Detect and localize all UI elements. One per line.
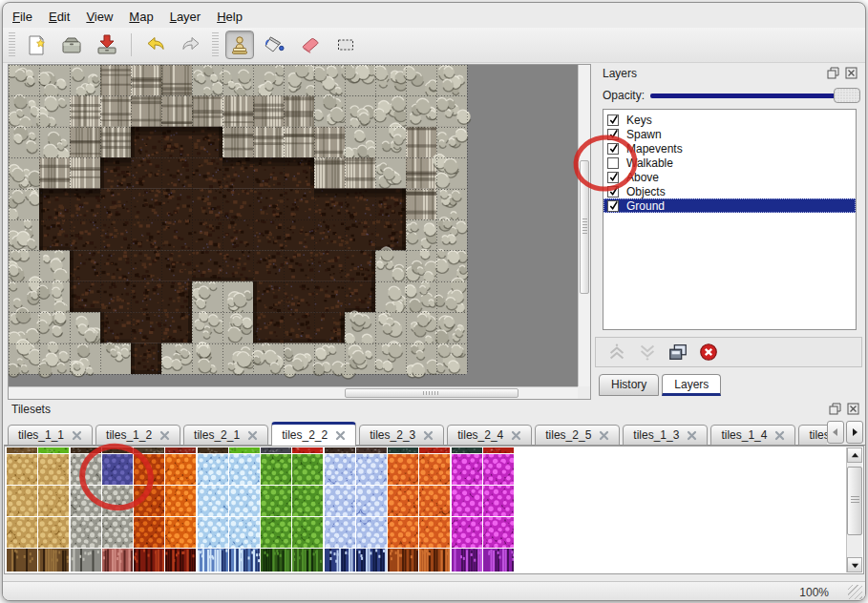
eraser-tool-icon bbox=[299, 33, 322, 56]
close-panel-icon[interactable] bbox=[847, 403, 859, 415]
layer-row-spawn[interactable]: Spawn bbox=[603, 127, 856, 141]
eraser-tool-button[interactable] bbox=[296, 31, 325, 59]
tileset-canvas[interactable] bbox=[6, 447, 514, 572]
save-file-button[interactable] bbox=[93, 31, 121, 59]
menu-map[interactable]: Map bbox=[129, 10, 153, 24]
objects-visibility-checkbox[interactable] bbox=[607, 186, 619, 198]
close-tab-icon[interactable] bbox=[423, 430, 434, 441]
layers-panel-title: Layers bbox=[603, 67, 637, 80]
stamp-tool-button[interactable] bbox=[225, 31, 254, 59]
close-tab-icon[interactable] bbox=[72, 430, 82, 441]
tileset-tab-tiles_2_4[interactable]: tiles_2_4 bbox=[447, 425, 532, 446]
scroll-grip bbox=[851, 496, 859, 505]
layer-row-mapevents[interactable]: Mapevents bbox=[603, 141, 856, 156]
tileset-tab-tiles_2_2[interactable]: tiles_2_2 bbox=[271, 422, 356, 446]
map-view-panel bbox=[8, 64, 591, 400]
tileset-tab-label: tiles_1_ bbox=[809, 428, 827, 442]
map-hscroll-thumb[interactable] bbox=[345, 388, 519, 398]
layer-list: KeysSpawnMapeventsWalkableAboveObjectsGr… bbox=[603, 109, 857, 330]
walkable-visibility-checkbox[interactable] bbox=[607, 157, 619, 169]
tileset-vertical-scrollbar[interactable] bbox=[846, 447, 862, 572]
tileset-tab-label: tiles_1_4 bbox=[721, 428, 767, 442]
menu-edit[interactable]: Edit bbox=[49, 10, 70, 24]
menu-view[interactable]: View bbox=[86, 10, 113, 24]
tileset-tab-tiles_1_3[interactable]: tiles_1_3 bbox=[623, 425, 708, 446]
tileset-tab-label: tiles_1_3 bbox=[633, 428, 679, 442]
menu-help[interactable]: Help bbox=[217, 10, 243, 24]
tileset-tab-tiles_1[interactable]: tiles_1_ bbox=[798, 425, 827, 446]
ground-visibility-checkbox[interactable] bbox=[607, 200, 619, 212]
select-tool-button[interactable] bbox=[331, 31, 360, 59]
scroll-up-button[interactable] bbox=[847, 447, 862, 463]
float-panel-icon[interactable] bbox=[827, 67, 839, 79]
layer-name: Walkable bbox=[626, 156, 673, 170]
redo-icon bbox=[180, 33, 202, 56]
toolbar-drag-handle[interactable] bbox=[212, 32, 219, 57]
close-tab-icon[interactable] bbox=[599, 430, 609, 441]
map-vscroll-thumb[interactable] bbox=[580, 160, 589, 294]
close-panel-icon[interactable] bbox=[845, 67, 857, 79]
tileset-tab-label: tiles_2_2 bbox=[282, 428, 328, 442]
map-horizontal-scrollbar[interactable] bbox=[9, 386, 578, 399]
map-vertical-scrollbar[interactable] bbox=[578, 65, 590, 386]
dock-tab-layers[interactable]: Layers bbox=[662, 374, 721, 396]
tileset-tab-tiles_1_1[interactable]: tiles_1_1 bbox=[8, 425, 93, 446]
redo-button[interactable] bbox=[177, 31, 205, 59]
close-tab-icon[interactable] bbox=[687, 430, 697, 441]
layer-name: Mapevents bbox=[626, 142, 683, 156]
fill-tool-button[interactable] bbox=[261, 31, 289, 59]
fill-tool-icon bbox=[264, 33, 286, 56]
app-window: FileEditViewMapLayerHelp Layers Opacity:… bbox=[2, 2, 866, 601]
layer-row-keys[interactable]: Keys bbox=[603, 113, 856, 127]
opacity-slider-handle[interactable] bbox=[834, 88, 860, 103]
raise-layer-button[interactable] bbox=[605, 341, 628, 364]
close-tab-icon[interactable] bbox=[247, 430, 258, 441]
resize-grip[interactable] bbox=[848, 585, 862, 599]
tileset-vscroll-thumb[interactable] bbox=[847, 467, 862, 535]
tileset-tab-tiles_1_4[interactable]: tiles_1_4 bbox=[710, 425, 795, 446]
lower-layer-button[interactable] bbox=[636, 341, 659, 364]
menu-file[interactable]: File bbox=[12, 10, 32, 24]
layer-buttons-row bbox=[595, 337, 862, 367]
tileset-tab-tiles_1_2[interactable]: tiles_1_2 bbox=[95, 425, 180, 446]
close-tab-icon[interactable] bbox=[159, 430, 170, 441]
above-visibility-checkbox[interactable] bbox=[607, 172, 619, 183]
map-canvas[interactable] bbox=[9, 65, 578, 386]
spawn-visibility-checkbox[interactable] bbox=[607, 129, 619, 140]
close-tab-icon[interactable] bbox=[511, 430, 521, 441]
zoom-level: 100% bbox=[799, 586, 829, 599]
mapevents-visibility-checkbox[interactable] bbox=[607, 143, 619, 155]
raise-layer-icon bbox=[606, 342, 627, 363]
tilesets-panel: Tilesets tiles_1_1tiles_1_2tiles_2_1tile… bbox=[4, 400, 866, 576]
layer-name: Ground bbox=[626, 199, 665, 213]
dock-tab-history[interactable]: History bbox=[599, 374, 659, 396]
scroll-down-button[interactable] bbox=[847, 557, 862, 572]
layer-row-ground[interactable]: Ground bbox=[603, 198, 856, 213]
lower-layer-icon bbox=[637, 342, 658, 363]
layer-row-walkable[interactable]: Walkable bbox=[603, 156, 856, 170]
tileset-tab-tiles_2_3[interactable]: tiles_2_3 bbox=[359, 425, 444, 446]
toolbar bbox=[3, 28, 865, 63]
tileset-tab-label: tiles_2_4 bbox=[457, 428, 503, 442]
open-file-icon bbox=[60, 33, 83, 56]
delete-layer-button[interactable] bbox=[697, 341, 720, 364]
tab-scroll-right-button[interactable] bbox=[846, 421, 863, 444]
layer-row-objects[interactable]: Objects bbox=[603, 184, 856, 198]
duplicate-layer-button[interactable] bbox=[667, 341, 689, 364]
opacity-row: Opacity: bbox=[595, 85, 864, 106]
opacity-slider-track[interactable] bbox=[650, 94, 837, 98]
close-tab-icon[interactable] bbox=[774, 430, 785, 441]
undo-button[interactable] bbox=[141, 31, 170, 59]
menu-layer[interactable]: Layer bbox=[170, 10, 201, 24]
tileset-tab-tiles_2_5[interactable]: tiles_2_5 bbox=[535, 425, 620, 446]
float-panel-icon[interactable] bbox=[829, 403, 841, 415]
close-tab-icon[interactable] bbox=[335, 430, 346, 441]
tab-scroll-left-button[interactable] bbox=[827, 421, 844, 444]
layer-row-above[interactable]: Above bbox=[603, 170, 856, 184]
keys-visibility-checkbox[interactable] bbox=[607, 114, 619, 126]
toolbar-drag-handle[interactable] bbox=[9, 32, 15, 57]
tileset-tab-tiles_2_1[interactable]: tiles_2_1 bbox=[183, 425, 268, 446]
open-file-button[interactable] bbox=[57, 31, 86, 59]
save-file-icon bbox=[95, 33, 118, 56]
new-file-button[interactable] bbox=[22, 31, 51, 59]
